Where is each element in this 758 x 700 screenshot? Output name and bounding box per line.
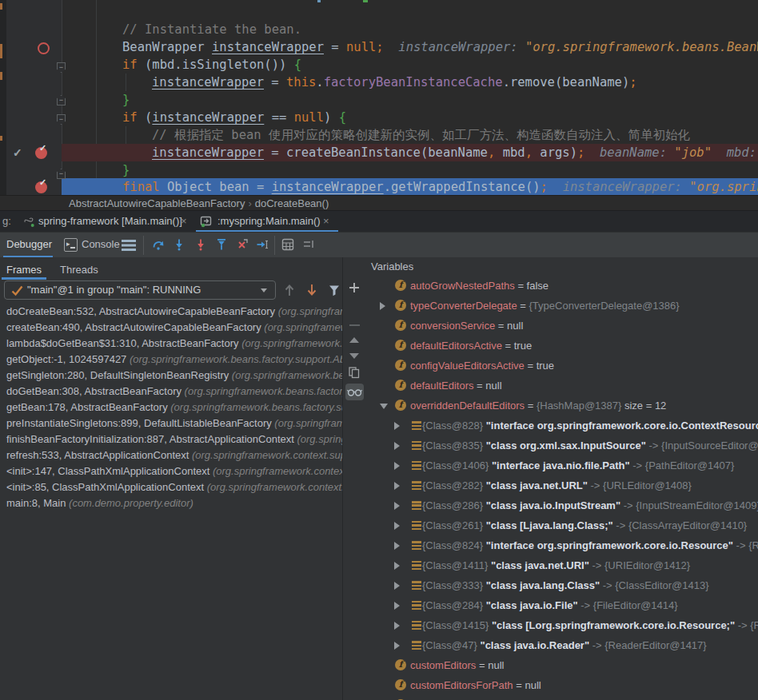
gutter-check-icon[interactable]: ✓ bbox=[13, 147, 22, 158]
move-up-icon[interactable] bbox=[349, 337, 359, 343]
code-line[interactable]: BeanWrapper instanceWrapper = null; inst… bbox=[122, 38, 758, 56]
frame-row[interactable]: finishBeanFactoryInitialization:887, Abs… bbox=[0, 432, 342, 447]
code-line[interactable]: } bbox=[122, 91, 130, 109]
variable-row[interactable]: {Class@1406} "interface java.nio.file.Pa… bbox=[366, 455, 758, 475]
variable-row[interactable]: {Class@828} "interface org.springframewo… bbox=[366, 416, 758, 436]
field-icon: f bbox=[395, 679, 406, 690]
run-to-cursor-icon[interactable] bbox=[256, 238, 269, 251]
expand-right-icon[interactable] bbox=[394, 462, 400, 470]
variable-row[interactable]: {Class@1411} "class java.net.URI" -> {UR… bbox=[366, 555, 758, 575]
breadcrumb-class[interactable]: AbstractAutowireCapableBeanFactory bbox=[69, 197, 245, 209]
drop-frame-icon[interactable] bbox=[236, 238, 249, 251]
expand-right-icon[interactable] bbox=[394, 562, 400, 570]
duplicate-icon[interactable] bbox=[348, 366, 361, 379]
variable-row[interactable]: {Class@835} "class org.xml.sax.InputSour… bbox=[366, 436, 758, 455]
tab-console[interactable]: Console bbox=[82, 238, 120, 250]
expand-down-icon[interactable] bbox=[380, 404, 388, 409]
add-watch-icon[interactable] bbox=[348, 281, 361, 294]
breakpoint-verified-icon[interactable]: ✓ bbox=[35, 147, 47, 159]
frame-row[interactable]: lambda$doGetBean$31:310, AbstractBeanFac… bbox=[0, 336, 342, 352]
code-line[interactable]: final Object bean = instanceWrapper.getW… bbox=[122, 178, 758, 195]
ide-debugger-window: // Instantiate the bean.BeanWrapper inst… bbox=[0, 0, 758, 700]
breadcrumb-method[interactable]: doCreateBean() bbox=[255, 197, 329, 209]
step-out-icon[interactable] bbox=[215, 238, 228, 251]
code-line[interactable]: instanceWrapper = this.factoryBeanInstan… bbox=[152, 74, 637, 91]
variable-row[interactable]: fdefaultEditorsActive = true bbox=[366, 336, 758, 356]
variable-row[interactable]: fconfigValueEditorsActive = true bbox=[366, 356, 758, 376]
tab-frames[interactable]: Frames bbox=[6, 264, 42, 276]
layout-settings-icon[interactable] bbox=[302, 238, 315, 251]
expand-right-icon[interactable] bbox=[394, 482, 400, 490]
frame-row[interactable]: <init>:85, ClassPathXmlApplicationContex… bbox=[0, 479, 342, 495]
code-line[interactable]: if (instanceWrapper == null) { bbox=[122, 109, 346, 126]
frame-row[interactable]: getObject:-1, 1024597427 (org.springfram… bbox=[0, 352, 342, 368]
code-line[interactable]: } bbox=[122, 161, 130, 179]
step-into-icon[interactable] bbox=[173, 238, 186, 251]
variable-row[interactable]: {Class@284} "class java.io.File" -> {Fil… bbox=[366, 595, 758, 615]
frame-row[interactable]: createBean:490, AbstractAutowireCapableB… bbox=[0, 320, 342, 336]
variable-row[interactable]: fdefaultEditors = null bbox=[366, 376, 758, 396]
expand-right-icon[interactable] bbox=[394, 522, 400, 530]
tab-spring-framework-main[interactable]: spring-framework [Main.main()] × bbox=[19, 211, 193, 233]
force-step-into-icon[interactable] bbox=[194, 238, 207, 251]
expand-right-icon[interactable] bbox=[394, 602, 400, 610]
map-entry-icon bbox=[412, 561, 421, 570]
breakpoint-verified-icon[interactable]: ✓ bbox=[35, 181, 47, 193]
variable-row[interactable]: fcustomEditors = null bbox=[366, 655, 758, 675]
frame-row[interactable]: refresh:533, AbstractApplicationContext … bbox=[0, 447, 342, 463]
step-over-icon[interactable] bbox=[152, 238, 165, 251]
close-icon[interactable]: × bbox=[323, 215, 329, 227]
variable-row[interactable]: {Class@261} "class [Ljava.lang.Class;" -… bbox=[366, 515, 758, 535]
variable-row[interactable]: {Class@286} "class java.io.InputStream" … bbox=[366, 495, 758, 515]
frame-row[interactable]: main:8, Main (com.demo.property.editor) bbox=[0, 495, 342, 511]
expand-right-icon[interactable] bbox=[394, 502, 400, 510]
remove-watch-icon[interactable] bbox=[349, 324, 360, 326]
tab-threads[interactable]: Threads bbox=[60, 264, 98, 276]
expand-right-icon[interactable] bbox=[380, 302, 385, 310]
previous-frame-icon[interactable] bbox=[283, 283, 296, 297]
variable-row[interactable]: fcustomEditorCache = null bbox=[366, 695, 758, 700]
variable-row[interactable]: {Class@1415} "class [Lorg.springframewor… bbox=[366, 615, 758, 635]
breakpoint-ring-icon[interactable] bbox=[38, 42, 50, 54]
variable-row[interactable]: fcustomEditorsForPath = null bbox=[366, 675, 758, 695]
expand-right-icon[interactable] bbox=[394, 582, 400, 590]
frame-row[interactable]: doCreateBean:532, AbstractAutowireCapabl… bbox=[0, 304, 342, 320]
variable-text: {Class@1415} "class [Lorg.springframewor… bbox=[422, 615, 758, 635]
code-line[interactable]: instanceWrapper = createBeanInstance(bea… bbox=[152, 144, 758, 161]
code-line[interactable]: // Instantiate the bean. bbox=[122, 21, 301, 38]
code-line[interactable]: if (mbd.isSingleton()) { bbox=[122, 56, 301, 74]
code-editor[interactable]: // Instantiate the bean.BeanWrapper inst… bbox=[0, 0, 758, 195]
thread-selector-dropdown[interactable]: "main"@1 in group "main": RUNNING bbox=[4, 280, 276, 300]
frame-row[interactable]: preInstantiateSingletons:899, DefaultLis… bbox=[0, 416, 342, 432]
expand-right-icon[interactable] bbox=[394, 642, 400, 650]
variable-text: {Class@47} "class java.io.Reader" -> {Re… bbox=[422, 635, 707, 655]
variable-row[interactable]: ftypeConverterDelegate = {TypeConverterD… bbox=[366, 296, 758, 316]
frame-row[interactable]: getSingleton:280, DefaultSingletonBeanRe… bbox=[0, 368, 342, 384]
frame-row[interactable]: doGetBean:308, AbstractBeanFactory (org.… bbox=[0, 384, 342, 400]
options-menu-icon[interactable] bbox=[122, 240, 136, 242]
move-down-icon[interactable] bbox=[349, 353, 359, 359]
variable-row[interactable]: {Class@282} "class java.net.URL" -> {URL… bbox=[366, 475, 758, 495]
variable-row[interactable]: fconversionService = null bbox=[366, 316, 758, 336]
variable-row[interactable]: fautoGrowNestedPaths = false bbox=[366, 276, 758, 296]
close-icon[interactable]: × bbox=[181, 215, 187, 227]
variable-row[interactable]: {Class@47} "class java.io.Reader" -> {Re… bbox=[366, 635, 758, 655]
filter-frames-icon[interactable] bbox=[328, 284, 341, 296]
frame-row[interactable]: getBean:178, AbstractBeanFactory (org.sp… bbox=[0, 400, 342, 416]
expand-right-icon[interactable] bbox=[394, 422, 400, 430]
next-frame-icon[interactable] bbox=[305, 283, 318, 297]
show-watches-toggle[interactable] bbox=[345, 384, 364, 400]
evaluate-expression-icon[interactable] bbox=[281, 238, 294, 251]
frame-row[interactable]: <init>:147, ClassPathXmlApplicationConte… bbox=[0, 463, 342, 479]
expand-right-icon[interactable] bbox=[394, 442, 400, 450]
expand-right-icon[interactable] bbox=[394, 542, 400, 550]
variable-row[interactable]: foverriddenDefaultEditors = {HashMap@138… bbox=[366, 396, 758, 416]
field-icon: f bbox=[395, 400, 406, 411]
tab-debugger[interactable]: Debugger bbox=[6, 238, 52, 250]
editor-gutter[interactable] bbox=[6, 0, 62, 195]
code-line[interactable]: // 根据指定 bean 使用对应的策略创建新的实例、如工厂方法、构造函数自动注… bbox=[152, 126, 690, 144]
variable-row[interactable]: {Class@333} "class java.lang.Class" -> {… bbox=[366, 575, 758, 595]
expand-right-icon[interactable] bbox=[394, 622, 400, 630]
tab-myspring-main[interactable]: :myspring:Main.main() × bbox=[196, 211, 338, 233]
variable-row[interactable]: {Class@824} "interface org.springframewo… bbox=[366, 535, 758, 555]
